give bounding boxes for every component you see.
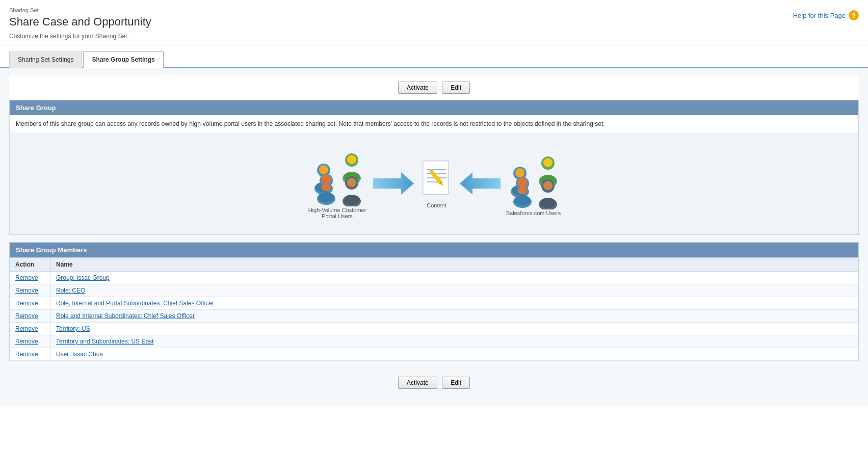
page-title: Share Case and Opportunity: [9, 15, 859, 29]
right-arrow: [460, 168, 501, 199]
tab-share-group-settings[interactable]: Share Group Settings: [83, 51, 163, 68]
breadcrumb: Sharing Set: [9, 7, 859, 13]
tabs-bar: Sharing Set Settings Share Group Setting…: [0, 50, 868, 68]
tab-sharing-set-settings[interactable]: Sharing Set Settings: [9, 51, 82, 68]
table-row: RemoveTerritory and Subordinates: US Eas…: [10, 335, 858, 348]
activate-button-bottom[interactable]: Activate: [398, 377, 437, 389]
share-group-members-section: Share Group Members Action Name RemoveGr…: [9, 242, 859, 361]
portal-users-cluster: [309, 148, 365, 204]
share-group-members-header: Share Group Members: [10, 243, 858, 257]
table-row: RemoveRole and Internal Subordinates: Ch…: [10, 310, 858, 323]
help-label: Help for this Page: [793, 12, 846, 19]
content-area: Activate Edit Share Group Members of thi…: [0, 68, 868, 406]
table-row: RemoveRole: CEO: [10, 284, 858, 297]
svg-point-44: [540, 198, 556, 208]
svg-point-40: [514, 195, 531, 205]
remove-link[interactable]: Remove: [15, 325, 38, 332]
members-table: Action Name RemoveGroup: Issac GroupRemo…: [10, 257, 858, 361]
remove-link[interactable]: Remove: [15, 300, 38, 307]
left-arrow: [373, 168, 414, 199]
svg-point-30: [515, 168, 524, 177]
remove-link[interactable]: Remove: [15, 274, 38, 281]
svg-point-12: [318, 192, 334, 202]
diagram-left: High-Volume Customer Portal Users: [307, 148, 368, 219]
table-row: RemoveRole, Internal and Portal Subordin…: [10, 297, 858, 310]
svg-point-15: [347, 178, 356, 187]
help-link[interactable]: Help for this Page ?: [793, 10, 859, 20]
page-header: Sharing Set Share Case and Opportunity C…: [0, 0, 868, 45]
sf-users-cluster: [506, 151, 562, 207]
svg-point-38: [517, 177, 528, 188]
activate-button-top[interactable]: Activate: [398, 82, 437, 94]
remove-link[interactable]: Remove: [15, 287, 38, 294]
top-toolbar: Activate Edit: [9, 75, 859, 100]
col-name: Name: [51, 258, 858, 272]
edit-button-bottom[interactable]: Edit: [442, 377, 470, 389]
member-name-link[interactable]: Role, Internal and Portal Subordinates: …: [56, 300, 214, 307]
svg-point-6: [347, 155, 356, 164]
svg-point-11: [321, 184, 331, 191]
svg-point-16: [344, 195, 360, 205]
member-name-link[interactable]: Role and Internal Subordinates: Chief Sa…: [56, 312, 195, 320]
svg-point-2: [319, 165, 328, 174]
diagram-center: Content: [419, 159, 455, 208]
table-row: RemoveGroup: Issac Group: [10, 272, 858, 284]
member-name-link[interactable]: Role: CEO: [56, 287, 85, 294]
member-name-link[interactable]: Territory and Subordinates: US East: [56, 338, 153, 345]
remove-link[interactable]: Remove: [15, 338, 38, 345]
svg-point-39: [517, 187, 528, 194]
svg-marker-27: [460, 172, 501, 195]
edit-button-top[interactable]: Edit: [442, 82, 470, 94]
help-icon: ?: [849, 10, 859, 20]
svg-point-43: [543, 181, 553, 190]
diagram-inner: High-Volume Customer Portal Users: [307, 148, 562, 219]
svg-marker-17: [373, 172, 414, 195]
member-name-link[interactable]: Territory: US: [56, 325, 90, 332]
member-name-link[interactable]: Group: Issac Group: [56, 274, 110, 281]
table-row: RemoveTerritory: US: [10, 323, 858, 335]
diagram-right: Salesforce.com Users: [506, 151, 562, 216]
svg-point-10: [321, 174, 331, 184]
share-group-header: Share Group: [10, 100, 858, 115]
share-group-section: Share Group Members of this share group …: [9, 100, 859, 235]
member-name-link[interactable]: User: Issac Chua: [56, 351, 103, 358]
remove-link[interactable]: Remove: [15, 351, 38, 358]
diagram-right-label: Salesforce.com Users: [506, 210, 561, 216]
diagram-center-label: Content: [427, 202, 446, 208]
bottom-toolbar: Activate Edit: [9, 368, 859, 399]
remove-link[interactable]: Remove: [15, 312, 38, 320]
table-row: RemoveUser: Issac Chua: [10, 348, 858, 361]
page-subtitle: Customize the settings for your Sharing …: [9, 33, 859, 40]
col-action: Action: [10, 258, 51, 272]
diagram-left-label: High-Volume Customer Portal Users: [307, 207, 368, 219]
diagram-area: High-Volume Customer Portal Users: [10, 133, 858, 234]
share-group-description: Members of this share group can access a…: [10, 115, 858, 133]
svg-point-34: [543, 158, 553, 167]
